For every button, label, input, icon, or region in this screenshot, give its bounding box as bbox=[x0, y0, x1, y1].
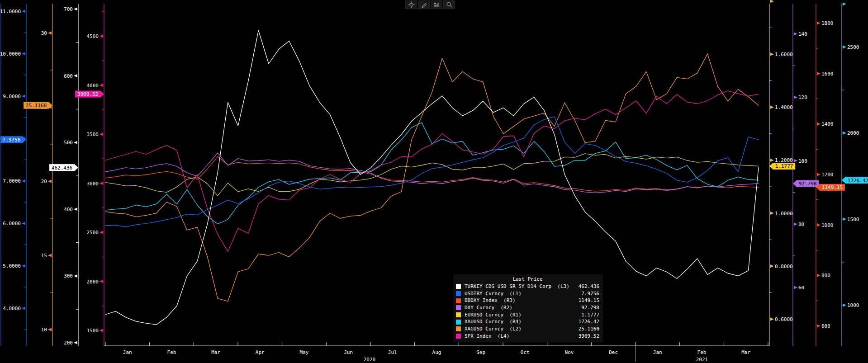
axis-L4-tick-label: 2500 bbox=[87, 230, 99, 236]
series-xagusd-line bbox=[105, 54, 759, 302]
x-axis-month-label: Mar bbox=[211, 349, 220, 355]
legend-swatch bbox=[456, 326, 461, 331]
axis-R3-tick-arrow bbox=[817, 123, 821, 126]
axis-R2-tick-arrow bbox=[794, 222, 797, 226]
axis-L4-tick-arrow bbox=[100, 329, 103, 332]
axis-L3-tick-label: 200 bbox=[64, 340, 73, 346]
axis-R1-tick-label: 0.6000 bbox=[775, 316, 793, 322]
axis-R3-tick-label: 1400 bbox=[821, 121, 834, 127]
legend-row[interactable]: TURKEY CDS USD SR 5Y D14 Corp (L3)462.43… bbox=[456, 283, 599, 290]
axis-R1-tick-arrow bbox=[770, 264, 774, 268]
axis-R4-last-price-text: 1726.42 bbox=[848, 178, 868, 184]
axis-L3-tick-label: 500 bbox=[64, 140, 73, 146]
axis-R1-tick-label: 0.8000 bbox=[775, 264, 793, 269]
legend-series-value: 462.436 bbox=[579, 283, 599, 290]
axis-R3-tick-label: 1800 bbox=[821, 20, 834, 26]
axis-L2-last-price-badge: 25.1160 bbox=[24, 102, 52, 109]
axis-R3-tick-label: 800 bbox=[821, 273, 830, 278]
legend-series-label: EURUSD Curncy (R1) bbox=[465, 311, 581, 319]
axis-R1-tick-arrow bbox=[770, 159, 774, 162]
pencil-icon bbox=[421, 1, 427, 8]
axis-R1-tick-arrow bbox=[770, 212, 774, 215]
axis-L1-tick-label: 7.0000 bbox=[3, 178, 21, 184]
axis-L1-tick-arrow bbox=[22, 179, 25, 183]
axis-R4-tick-arrow bbox=[843, 304, 846, 307]
axis-R4-tick-label: 2500 bbox=[847, 44, 859, 50]
legend-series-label: TURKEY CDS USD SR 5Y D14 Corp (L3) bbox=[465, 283, 579, 290]
axis-L2-tick-arrow bbox=[48, 254, 52, 257]
axis-L2-tick-label: 15 bbox=[41, 253, 47, 259]
axis-L4-tick-label: 2000 bbox=[87, 279, 99, 285]
legend-row[interactable]: USDTRY Curncy (L1)7.9756 bbox=[456, 290, 599, 297]
legend-rows: TURKEY CDS USD SR 5Y D14 Corp (L3)462.43… bbox=[456, 283, 599, 340]
axis-R2-tick-label: 140 bbox=[798, 31, 807, 37]
x-axis-month-label: Jan bbox=[653, 349, 662, 355]
news-panel-button[interactable] bbox=[431, 0, 442, 9]
axis-L2-tick-arrow bbox=[48, 180, 52, 183]
x-axis-month-label: Nov bbox=[565, 349, 574, 355]
axis-R2-last-price-badge: 92.798 bbox=[793, 180, 819, 187]
axis-R3-last-price-text: 1149.15 bbox=[822, 184, 843, 190]
x-axis-month-label: Feb bbox=[167, 349, 176, 355]
x-axis-month-label: Feb bbox=[697, 349, 707, 355]
legend-series-value: 25.1160 bbox=[579, 325, 599, 333]
axis-L3-tick-arrow bbox=[74, 141, 77, 144]
axis-R3-tick-arrow bbox=[817, 223, 821, 226]
axis-L3-tick-arrow bbox=[74, 207, 77, 211]
axis-L3-tick-arrow bbox=[74, 74, 77, 77]
x-axis-month-label: Jul bbox=[388, 349, 397, 355]
axis-L4-tick-label: 4000 bbox=[87, 83, 99, 89]
legend-row[interactable]: XAGUSD Curncy (L2)25.1160 bbox=[456, 325, 599, 333]
series-spx-line bbox=[105, 91, 759, 251]
axis-L2-tick-arrow bbox=[48, 32, 52, 35]
axis-L2-tick-label: 30 bbox=[41, 30, 47, 36]
axis-R4-tick-label: 2000 bbox=[847, 130, 859, 136]
axis-R3-tick-arrow bbox=[817, 173, 821, 176]
legend-row[interactable]: EURUSD Curncy (R1)1.1777 bbox=[456, 311, 599, 319]
axis-L4-tick-label: 1500 bbox=[87, 328, 99, 334]
chart-plot-area[interactable]: 11.000010.00009.00008.00007.00006.00005.… bbox=[0, 0, 868, 363]
legend-swatch bbox=[456, 284, 461, 289]
axis-L3-tick-arrow bbox=[74, 341, 77, 344]
legend-swatch bbox=[456, 334, 461, 339]
axis-R3-tick-arrow bbox=[817, 324, 821, 327]
legend-row[interactable]: DXY Curncy (R2)92.798 bbox=[456, 304, 599, 311]
legend-title: Last Price bbox=[456, 276, 599, 283]
axis-R1-tick-arrow bbox=[770, 53, 774, 56]
axis-L1-tick-arrow bbox=[22, 52, 25, 55]
legend-row[interactable]: XAUUSD Curncy (R4)1726.42 bbox=[456, 318, 599, 325]
axis-R4-tick-arrow bbox=[843, 2, 846, 5]
annotate-button[interactable] bbox=[418, 0, 430, 9]
axis-L1-tick-label: 6.0000 bbox=[3, 221, 21, 226]
axis-R1-tick-label: 1.4000 bbox=[775, 104, 793, 110]
axis-L1-tick-label: 4.0000 bbox=[3, 306, 21, 311]
legend-series-value: 7.9756 bbox=[581, 290, 599, 297]
x-axis-month-label: Dec bbox=[609, 349, 618, 355]
axis-R2-tick-label: 120 bbox=[798, 94, 807, 100]
legend-series-value: 1726.42 bbox=[579, 318, 599, 325]
axis-L2-tick-arrow bbox=[48, 328, 52, 331]
axis-R2-tick-arrow bbox=[794, 159, 797, 162]
axis-R1-tick-arrow bbox=[770, 106, 774, 109]
axis-L4-tick-arrow bbox=[100, 182, 103, 185]
axis-L3-tick-arrow bbox=[74, 274, 77, 278]
axis-R1-tick-label: 1.6000 bbox=[775, 52, 793, 57]
axis-L1-last-price-badge: 7.9756 bbox=[0, 136, 26, 143]
crosshair-button[interactable] bbox=[405, 0, 417, 9]
zoom-button[interactable] bbox=[443, 0, 455, 9]
axis-R2-tick-label: 60 bbox=[798, 285, 804, 291]
legend-row[interactable]: SPX Index (L4)3909.52 bbox=[456, 333, 599, 340]
axis-R3-tick-label: 600 bbox=[821, 323, 830, 329]
axis-R2-tick-arrow bbox=[794, 33, 797, 36]
legend-series-value: 3909.52 bbox=[579, 333, 599, 340]
axis-L3-last-price-text: 462.436 bbox=[52, 165, 72, 171]
axis-R2-last-price-text: 92.798 bbox=[799, 181, 817, 187]
axis-L4-tick-label: 4500 bbox=[87, 33, 99, 39]
axis-L4-last-price-badge: 3909.52 bbox=[75, 91, 104, 98]
axis-L4-last-price-text: 3909.52 bbox=[77, 91, 98, 97]
axis-L3-last-price-badge: 462.436 bbox=[49, 164, 78, 171]
axis-L4-tick-arrow bbox=[100, 280, 103, 283]
legend-row[interactable]: BBDXY Index (R3)1149.15 bbox=[456, 297, 599, 304]
chart-legend: Last Price TURKEY CDS USD SR 5Y D14 Corp… bbox=[453, 274, 603, 342]
axis-L4-tick-label: 3500 bbox=[87, 132, 99, 137]
